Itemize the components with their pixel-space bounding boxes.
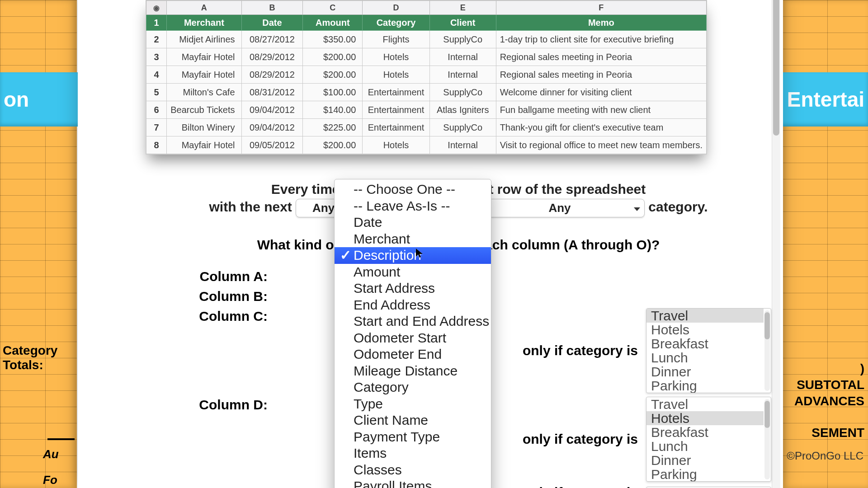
dropdown-item[interactable]: Items (335, 445, 491, 462)
narrative-suffix: category. (648, 199, 708, 214)
dropdown-item[interactable]: Date (335, 214, 491, 231)
table-row: 4 Mayfair Hotel 08/29/2012 $200.00 Hotel… (146, 66, 707, 84)
category-select-value: Any (482, 199, 645, 217)
list-item[interactable]: Travel (646, 397, 764, 411)
dropdown-item[interactable]: -- Leave As-Is -- (335, 198, 491, 215)
list-item[interactable]: Breakfast (646, 425, 764, 439)
dropdown-item[interactable]: Client Name (335, 412, 491, 429)
column-d-label: Column D: (146, 396, 268, 413)
list-item[interactable]: Hotels (646, 411, 764, 425)
dropdown-item[interactable]: Odometer Start (335, 330, 491, 347)
col-letter-C: C (303, 1, 363, 15)
only-if-category-text: only if category is (523, 432, 638, 447)
header-date: Date (241, 15, 303, 31)
col-letter-E: E (429, 1, 496, 15)
dropdown-item[interactable]: End Address (335, 297, 491, 314)
dropdown-item[interactable]: Start and End Address (335, 313, 491, 330)
bg-divider-fragment (47, 438, 75, 440)
dropdown-item[interactable]: Classes (335, 462, 491, 479)
column-a-label: Column A: (146, 268, 268, 284)
list-item[interactable]: Lunch (646, 439, 764, 453)
column-d-category-listbox[interactable]: TravelHotelsBreakfastLunchDinnerParking (646, 397, 771, 482)
dropdown-item[interactable]: Merchant (335, 231, 491, 248)
dropdown-item[interactable]: -- Choose One -- (335, 181, 491, 198)
list-item[interactable]: Travel (646, 309, 764, 323)
bg-category-totals-label: Category Totals: (0, 343, 50, 372)
table-row: 6 Bearcub Tickets 09/04/2012 $140.00 Ent… (146, 101, 707, 119)
header-merchant: Merchant (167, 15, 241, 31)
select-all-corner (146, 1, 167, 15)
spreadsheet-header-row: 1 Merchant Date Amount Category Client M… (146, 15, 707, 31)
listbox-scrollbar[interactable] (764, 399, 770, 479)
dropdown-item[interactable]: Description (335, 247, 491, 264)
table-row: 8 Mayfair Hotel 09/05/2012 $200.00 Hotel… (146, 136, 707, 154)
header-memo: Memo (496, 15, 706, 31)
bg-col-header-left-fragment: on (0, 72, 84, 127)
list-item[interactable]: Dinner (646, 365, 764, 379)
list-item[interactable]: Lunch (646, 351, 764, 365)
bg-right-row-labels: ) SUBTOTAL ADVANCES SEMENT (794, 361, 864, 442)
column-c-category-listbox[interactable]: TravelHotelsBreakfastLunchDinnerParking (646, 308, 771, 393)
table-row: 5 Milton's Cafe 08/31/2012 $100.00 Enter… (146, 84, 707, 101)
header-amount: Amount (303, 15, 363, 31)
narrative-prefix: with the next (209, 199, 292, 214)
header-category: Category (363, 15, 429, 31)
bg-copyright-text: ©ProOnGo LLC (787, 450, 863, 462)
col-letter-F: F (496, 1, 706, 15)
dropdown-item[interactable]: Odometer End (335, 346, 491, 363)
table-row: 2 Midjet Airlines 08/27/2012 $350.00 Fli… (146, 31, 707, 48)
listbox-scrollbar[interactable] (764, 310, 770, 391)
only-if-category-text: only if category is (523, 485, 638, 488)
dropdown-item[interactable]: Payment Type (335, 429, 491, 446)
eye-icon (153, 3, 160, 12)
column-e-label: Column E: (146, 485, 268, 488)
spreadsheet-col-letters-row: A B C D E F (146, 1, 707, 15)
col-letter-A: A (167, 1, 241, 15)
table-row: 7 Bilton Winery 09/04/2012 $225.00 Enter… (146, 119, 707, 136)
bg-col-header-right-fragment: Entertai (775, 72, 868, 127)
listbox-scrollbar-thumb[interactable] (764, 401, 770, 428)
category-select[interactable]: Any (482, 199, 645, 217)
config-dialog-card: A B C D E F 1 Merchant Date Amount Categ… (78, 0, 783, 488)
spreadsheet-preview: A B C D E F 1 Merchant Date Amount Categ… (146, 0, 707, 155)
column-c-label: Column C: (146, 308, 268, 324)
list-item[interactable]: Parking (646, 467, 764, 481)
dropdown-item[interactable]: Mileage Distance (335, 363, 491, 380)
col-letter-D: D (363, 1, 429, 15)
header-client: Client (429, 15, 496, 31)
list-item[interactable]: Breakfast (646, 337, 764, 351)
list-item[interactable]: Hotels (646, 323, 764, 337)
col-letter-B: B (241, 1, 303, 15)
bg-left-row-labels: Au Fo (43, 447, 59, 488)
dropdown-item[interactable]: Type (335, 396, 491, 413)
column-b-label: Column B: (146, 288, 268, 304)
row-number-1: 1 (146, 15, 167, 31)
dropdown-item[interactable]: Start Address (335, 280, 491, 297)
list-item[interactable]: Dinner (646, 453, 764, 467)
table-row: 3 Mayfair Hotel 08/29/2012 $200.00 Hotel… (146, 48, 707, 66)
column-b-field-dropdown-menu[interactable]: -- Choose One ---- Leave As-Is --DateMer… (334, 179, 491, 488)
dropdown-item[interactable]: Category (335, 379, 491, 396)
listbox-scrollbar-thumb[interactable] (764, 312, 770, 339)
dropdown-item[interactable]: Amount (335, 264, 491, 281)
only-if-category-text: only if category is (523, 343, 638, 358)
list-item[interactable]: Parking (646, 379, 764, 393)
dropdown-item[interactable]: Payroll Items (335, 478, 491, 488)
